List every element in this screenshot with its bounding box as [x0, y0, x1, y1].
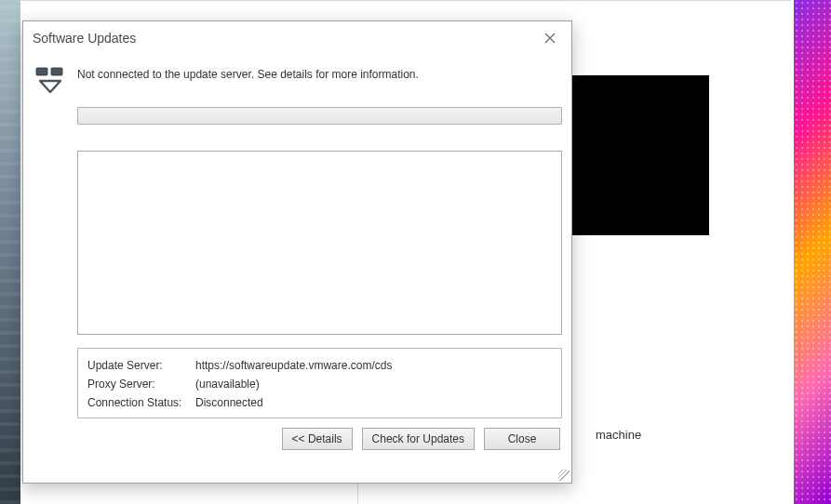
status-message: Not connected to the update server. See … — [77, 64, 419, 81]
dialog-button-row: << Details Check for Updates Close — [33, 428, 562, 450]
dialog-content: Not connected to the update server. See … — [23, 55, 571, 483]
background-text-fragment: machine — [596, 428, 641, 442]
wallpaper-left — [0, 0, 20, 504]
update-server-value: https://softwareupdate.vmware.com/cds — [195, 359, 392, 372]
svg-rect-0 — [36, 68, 47, 75]
proxy-server-value: (unavailable) — [195, 378, 260, 391]
connection-status-label: Connection Status: — [87, 396, 195, 409]
svg-rect-1 — [51, 68, 62, 75]
dialog-title: Software Updates — [33, 31, 136, 46]
titlebar-close-button[interactable] — [536, 25, 564, 51]
dialog-titlebar[interactable]: Software Updates — [23, 21, 571, 55]
progress-bar — [77, 107, 562, 125]
details-button[interactable]: << Details — [282, 428, 353, 450]
proxy-server-label: Proxy Server: — [87, 378, 195, 391]
update-server-row: Update Server: https://softwareupdate.vm… — [87, 356, 552, 375]
update-server-label: Update Server: — [87, 359, 195, 372]
connection-status-value: Disconnected — [195, 396, 263, 409]
connection-details-panel: Update Server: https://softwareupdate.vm… — [77, 348, 562, 418]
proxy-server-row: Proxy Server: (unavailable) — [87, 375, 552, 393]
connection-status-row: Connection Status: Disconnected — [87, 393, 552, 412]
software-updates-dialog: Software Updates Not connected to the up… — [22, 20, 572, 484]
wallpaper-right — [794, 0, 831, 504]
log-output[interactable] — [77, 151, 562, 335]
resize-grip[interactable] — [558, 470, 570, 481]
update-icon — [34, 66, 66, 98]
status-row: Not connected to the update server. See … — [33, 59, 562, 107]
close-button[interactable]: Close — [484, 428, 560, 450]
close-icon — [544, 33, 556, 44]
check-for-updates-button[interactable]: Check for Updates — [362, 428, 475, 450]
